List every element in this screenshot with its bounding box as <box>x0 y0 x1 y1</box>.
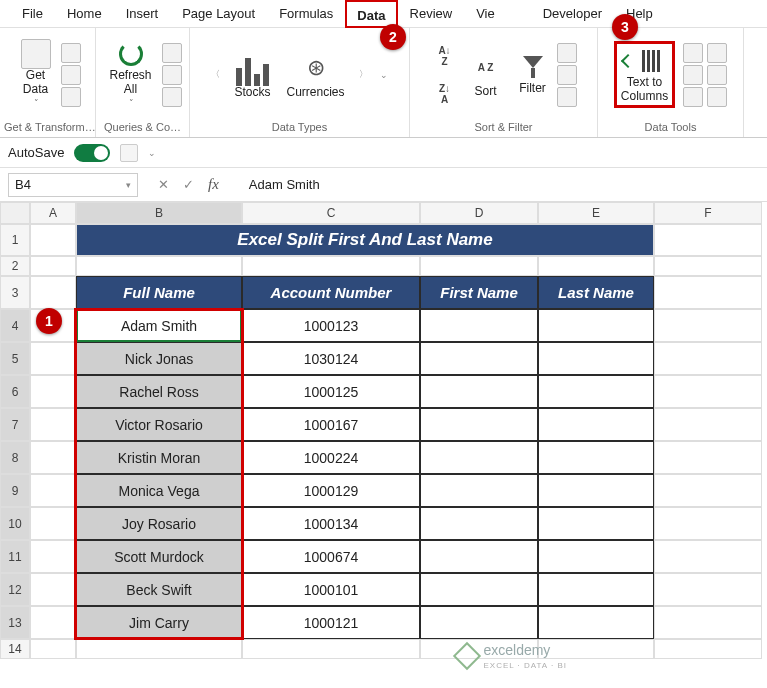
cell[interactable] <box>654 507 762 540</box>
queries-small-icons[interactable] <box>162 43 182 107</box>
row-header[interactable]: 13 <box>0 606 30 639</box>
consolidate-icon[interactable] <box>707 43 727 63</box>
row-header[interactable]: 6 <box>0 375 30 408</box>
cell[interactable] <box>538 309 654 342</box>
autosave-toggle[interactable] <box>74 144 110 162</box>
cell-c5[interactable]: 1030124 <box>242 342 420 375</box>
queries-icon-3[interactable] <box>162 87 182 107</box>
chevron-down-icon[interactable]: ▾ <box>126 180 131 190</box>
formula-input[interactable]: Adam Smith <box>249 177 320 192</box>
cell-c6[interactable]: 1000125 <box>242 375 420 408</box>
cell[interactable] <box>30 606 76 639</box>
col-header-c[interactable]: C <box>242 202 420 224</box>
cell-b11[interactable]: Scott Murdock <box>76 540 242 573</box>
from-text-icon[interactable] <box>61 43 81 63</box>
tab-formulas[interactable]: Formulas <box>267 0 345 28</box>
cell[interactable] <box>76 639 242 659</box>
cell-b7[interactable]: Victor Rosario <box>76 408 242 441</box>
row-header[interactable]: 14 <box>0 639 30 659</box>
cell-c8[interactable]: 1000224 <box>242 441 420 474</box>
cell[interactable] <box>30 639 76 659</box>
filter-button[interactable]: Filter <box>513 52 553 98</box>
reapply-icon[interactable] <box>557 65 577 85</box>
tab-view[interactable]: Vie <box>464 0 507 28</box>
title-cell[interactable]: Excel Split First And Last Name <box>76 224 654 256</box>
cell[interactable] <box>30 573 76 606</box>
row-header[interactable]: 3 <box>0 276 30 309</box>
tab-home[interactable]: Home <box>55 0 114 28</box>
header-fullname[interactable]: Full Name <box>76 276 242 309</box>
cell[interactable] <box>76 256 242 276</box>
row-header[interactable]: 12 <box>0 573 30 606</box>
cell[interactable] <box>420 256 538 276</box>
confirm-icon[interactable]: ✓ <box>183 177 194 192</box>
col-header-f[interactable]: F <box>654 202 762 224</box>
cell[interactable] <box>420 375 538 408</box>
cell[interactable] <box>420 408 538 441</box>
save-icon[interactable] <box>120 144 138 162</box>
cell[interactable] <box>654 639 762 659</box>
tab-insert[interactable]: Insert <box>114 0 171 28</box>
cell[interactable] <box>654 224 762 256</box>
cell[interactable] <box>654 408 762 441</box>
cell[interactable] <box>420 540 538 573</box>
header-account[interactable]: Account Number <box>242 276 420 309</box>
cells-area[interactable]: Excel Split First And Last Name Full Nam… <box>30 224 762 659</box>
cell-b10[interactable]: Joy Rosario <box>76 507 242 540</box>
chevron-right-icon[interactable]: 〉 <box>355 68 372 81</box>
cell[interactable] <box>538 441 654 474</box>
cell[interactable] <box>30 276 76 309</box>
col-header-b[interactable]: B <box>76 202 242 224</box>
chevron-down-icon[interactable]: ⌄ <box>376 70 392 80</box>
cell[interactable] <box>654 342 762 375</box>
cell[interactable] <box>30 441 76 474</box>
cell[interactable] <box>538 256 654 276</box>
cell[interactable] <box>654 276 762 309</box>
from-web-icon[interactable] <box>61 65 81 85</box>
stocks-button[interactable]: Stocks <box>228 48 276 102</box>
tab-developer[interactable]: Developer <box>531 0 614 28</box>
get-data-small-icons[interactable] <box>61 43 81 107</box>
cell[interactable] <box>420 474 538 507</box>
cell[interactable] <box>420 342 538 375</box>
tab-page-layout[interactable]: Page Layout <box>170 0 267 28</box>
cell[interactable] <box>654 474 762 507</box>
cancel-icon[interactable]: ✕ <box>158 177 169 192</box>
select-all-corner[interactable] <box>0 202 30 224</box>
cell-c7[interactable]: 1000167 <box>242 408 420 441</box>
cell[interactable] <box>420 309 538 342</box>
row-header[interactable]: 8 <box>0 441 30 474</box>
cell-b5[interactable]: Nick Jonas <box>76 342 242 375</box>
cell-b8[interactable]: Kristin Moran <box>76 441 242 474</box>
cell[interactable] <box>538 540 654 573</box>
cell[interactable] <box>538 606 654 639</box>
cell[interactable] <box>242 256 420 276</box>
cell[interactable] <box>420 507 538 540</box>
cell[interactable] <box>242 639 420 659</box>
data-tools-small-icons-2[interactable] <box>707 43 727 107</box>
cell-c12[interactable]: 1000101 <box>242 573 420 606</box>
row-header[interactable]: 10 <box>0 507 30 540</box>
cell[interactable] <box>654 441 762 474</box>
row-header[interactable]: 4 <box>0 309 30 342</box>
cell-c11[interactable]: 1000674 <box>242 540 420 573</box>
cell[interactable] <box>654 256 762 276</box>
tab-review[interactable]: Review <box>398 0 465 28</box>
queries-icon-2[interactable] <box>162 65 182 85</box>
cell[interactable] <box>654 375 762 408</box>
cell[interactable] <box>538 474 654 507</box>
cell-c4[interactable]: 1000123 <box>242 309 420 342</box>
row-header[interactable]: 5 <box>0 342 30 375</box>
col-header-e[interactable]: E <box>538 202 654 224</box>
cell[interactable] <box>30 224 76 256</box>
cell[interactable] <box>30 540 76 573</box>
cell[interactable] <box>30 256 76 276</box>
remove-duplicates-icon[interactable] <box>683 65 703 85</box>
cell-c13[interactable]: 1000121 <box>242 606 420 639</box>
flash-fill-icon[interactable] <box>683 43 703 63</box>
qa-dropdown-icon[interactable]: ⌄ <box>148 148 156 158</box>
queries-icon-1[interactable] <box>162 43 182 63</box>
cell[interactable] <box>420 441 538 474</box>
data-tools-small-icons[interactable] <box>683 43 703 107</box>
cell-b6[interactable]: Rachel Ross <box>76 375 242 408</box>
